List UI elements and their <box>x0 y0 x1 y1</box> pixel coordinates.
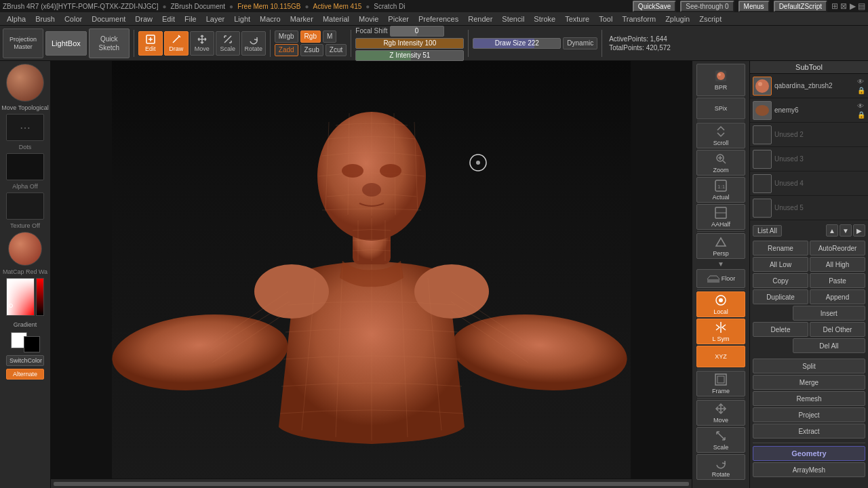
frame-button[interactable]: Frame <box>696 371 745 396</box>
m-button[interactable]: M <box>323 30 336 43</box>
z-intensity-slider[interactable]: Z Intensity 51 <box>355 50 464 61</box>
dynamic-button[interactable]: Dynamic <box>563 37 597 49</box>
paste-button[interactable]: Paste <box>810 273 865 288</box>
del-all-button[interactable]: Del All <box>793 338 865 353</box>
rename-button[interactable]: Rename <box>753 241 808 256</box>
floor-button[interactable]: Floor <box>696 269 745 288</box>
menu-tool[interactable]: Tool <box>595 14 616 24</box>
brush-sphere-preview[interactable] <box>6 64 44 102</box>
eye-icon-0[interactable]: 👁 <box>857 78 865 85</box>
local-button[interactable]: Local <box>696 291 745 317</box>
array-mesh-button[interactable]: ArrayMesh <box>753 462 865 477</box>
scale-view-button[interactable]: Scale <box>696 427 745 453</box>
aahalf-button[interactable]: AAHalf <box>696 204 745 230</box>
menu-stroke[interactable]: Stroke <box>530 14 559 24</box>
list-all-button[interactable]: List All <box>753 225 782 237</box>
append-button[interactable]: Append <box>810 289 865 304</box>
xyz-button[interactable]: XYZ <box>696 346 745 367</box>
project-button[interactable]: Project <box>753 407 865 422</box>
rgb-button[interactable]: Rgb <box>300 30 321 43</box>
eye-icon-1[interactable]: 👁 <box>857 102 865 110</box>
menu-zscript[interactable]: Zscript <box>695 14 726 24</box>
menu-render[interactable]: Render <box>464 14 496 24</box>
copy-button[interactable]: Copy <box>753 273 808 288</box>
subtool-up-button[interactable]: ▲ <box>826 224 838 237</box>
menu-light[interactable]: Light <box>230 14 254 24</box>
zcut-button[interactable]: Zcut <box>326 44 347 56</box>
subtool-item-4[interactable]: Unused 4 <box>750 171 868 196</box>
seethrough-button[interactable]: See-through 0 <box>680 1 734 12</box>
focal-slider[interactable]: 0 <box>390 26 444 37</box>
switch-color-button[interactable]: SwitchColor <box>6 355 44 366</box>
zoom-button[interactable]: Zoom <box>696 150 745 176</box>
matcap-sphere[interactable] <box>8 232 42 266</box>
background-color[interactable] <box>24 336 40 352</box>
move-view-button[interactable]: Move <box>696 400 745 426</box>
color-picker[interactable] <box>6 278 44 319</box>
quicksave-button[interactable]: QuickSave <box>633 1 676 12</box>
brush-dots-preview[interactable]: ⋯ <box>6 114 44 141</box>
menu-color[interactable]: Color <box>60 14 86 24</box>
merge-button[interactable]: Merge <box>753 375 865 390</box>
rgb-intensity-slider[interactable]: Rgb Intensity 100 <box>355 38 464 49</box>
menu-draw[interactable]: Draw <box>131 14 157 24</box>
move-button[interactable]: Move <box>190 31 214 56</box>
edit-button[interactable]: Edit <box>138 31 163 56</box>
canvas-area[interactable] <box>51 61 692 488</box>
all-high-button[interactable]: All High <box>810 257 865 272</box>
subtool-item-1[interactable]: enemy6 👁 🔒 <box>750 98 868 123</box>
lsym-button[interactable]: L Sym <box>696 319 745 344</box>
geometry-button[interactable]: Geometry <box>753 446 865 461</box>
insert-button[interactable]: Insert <box>793 306 865 321</box>
menu-stencil[interactable]: Stencil <box>498 14 528 24</box>
rotate-button[interactable]: Rotate <box>241 31 266 56</box>
duplicate-button[interactable]: Duplicate <box>753 289 808 304</box>
default-script-button[interactable]: DefaultZScript <box>774 1 827 12</box>
menu-preferences[interactable]: Preferences <box>414 14 462 24</box>
rotate-view-button[interactable]: Rotate <box>696 454 745 480</box>
menu-brush[interactable]: Brush <box>31 14 59 24</box>
menu-zplugin[interactable]: Zplugin <box>661 14 694 24</box>
menu-picker[interactable]: Picker <box>384 14 413 24</box>
subtool-item-5[interactable]: Unused 5 <box>750 196 868 220</box>
all-low-button[interactable]: All Low <box>753 257 808 272</box>
spix-button[interactable]: SPix <box>696 98 745 119</box>
menu-layer[interactable]: Layer <box>202 14 229 24</box>
menu-document[interactable]: Document <box>87 14 130 24</box>
actual-button[interactable]: 1:1 Actual <box>696 177 745 203</box>
menu-texture[interactable]: Texture <box>561 14 593 24</box>
subtool-item-2[interactable]: Unused 2 <box>750 123 868 147</box>
subtool-right-button[interactable]: ▶ <box>853 224 865 237</box>
zsub-button[interactable]: Zsub <box>300 44 323 56</box>
menu-movie[interactable]: Movie <box>355 14 382 24</box>
subtool-item-3[interactable]: Unused 3 <box>750 147 868 171</box>
draw-button[interactable]: Draw <box>164 31 189 56</box>
alpha-swatch[interactable] <box>6 153 44 180</box>
auto-reorder-button[interactable]: AutoReorder <box>810 241 865 256</box>
menu-alpha[interactable]: Alpha <box>3 14 30 24</box>
menu-material[interactable]: Material <box>319 14 353 24</box>
menu-transform[interactable]: Transform <box>618 14 660 24</box>
mrgb-button[interactable]: Mrgb <box>275 30 298 43</box>
menu-macro[interactable]: Macro <box>256 14 285 24</box>
del-other-button[interactable]: Del Other <box>810 322 865 337</box>
subtool-down-button[interactable]: ▼ <box>840 224 852 237</box>
zadd-button[interactable]: Zadd <box>275 44 298 56</box>
menu-file[interactable]: File <box>180 14 201 24</box>
alternate-button[interactable]: Alternate <box>6 369 44 380</box>
lightbox-button[interactable]: LightBox <box>45 31 87 56</box>
extract-button[interactable]: Extract <box>753 424 865 439</box>
scale-button[interactable]: Scale <box>216 31 240 56</box>
projection-master-button[interactable]: Projection Master <box>3 28 43 58</box>
menu-edit[interactable]: Edit <box>158 14 179 24</box>
horizontal-scrollbar[interactable] <box>54 482 689 486</box>
persp-button[interactable]: Persp <box>696 233 745 259</box>
subtool-item-0[interactable]: qabardina_zbrush2 👁 🔒 <box>750 74 868 98</box>
delete-button[interactable]: Delete <box>753 322 808 337</box>
lock-icon-0[interactable]: 🔒 <box>857 87 865 94</box>
draw-size-slider[interactable]: Draw Size 222 <box>473 38 561 49</box>
lock-icon-1[interactable]: 🔒 <box>857 111 865 119</box>
remesh-button[interactable]: Remesh <box>753 391 865 406</box>
texture-swatch[interactable] <box>6 192 44 220</box>
menu-marker[interactable]: Marker <box>286 14 317 24</box>
